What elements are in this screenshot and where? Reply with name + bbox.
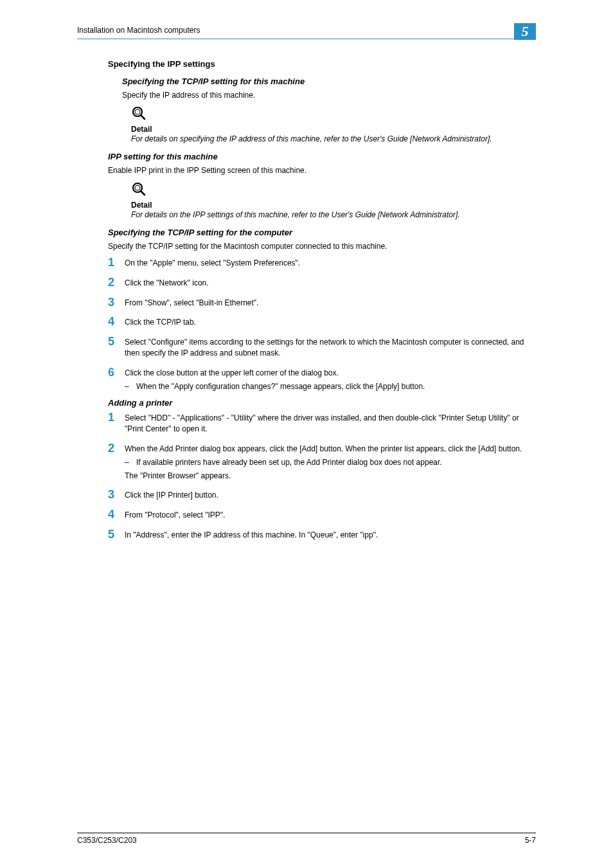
list-item: 1 Select "HDD" - "Applications" - "Utili…	[122, 411, 536, 435]
detail-note: Detail For details on the IPP settings o…	[131, 181, 536, 220]
svg-point-1	[135, 109, 140, 114]
step-number: 2	[108, 276, 125, 288]
step-number: 1	[108, 411, 125, 423]
step-text: When the Add Printer dialog box appears,…	[125, 442, 536, 481]
body-text: Specify the TCP/IP setting for the Macin…	[108, 241, 536, 251]
step-number: 4	[108, 316, 125, 327]
dash-icon: –	[125, 381, 136, 392]
step-number: 6	[108, 366, 125, 378]
step-text: On the "Apple" menu, select "System Pref…	[125, 257, 536, 269]
step-text: Click the close button at the upper left…	[125, 366, 536, 392]
detail-label: Detail	[131, 125, 536, 134]
step-text: In "Address", enter the IP address of th…	[125, 529, 536, 541]
subheading-tcpip-computer: Specifying the TCP/IP setting for the co…	[108, 228, 536, 237]
step-text-inner: When the Add Printer dialog box appears,…	[125, 444, 522, 453]
subheading-ipp-machine: IPP setting for this machine	[108, 152, 536, 161]
sub-item: – If available printers have already bee…	[125, 457, 536, 468]
list-item: 6 Click the close button at the upper le…	[122, 366, 536, 392]
list-item: 5 In "Address", enter the IP address of …	[122, 529, 536, 541]
sub-item: – When the "Apply configuration changes?…	[125, 381, 536, 392]
detail-text: For details on the IPP settings of this …	[131, 210, 536, 220]
svg-line-2	[141, 115, 145, 119]
list-item: 4 Click the TCP/IP tab.	[122, 316, 536, 328]
list-item: 2 Click the "Network" icon.	[122, 276, 536, 289]
section-heading-ipp-settings: Specifying the IPP settings	[108, 59, 536, 69]
step-number: 5	[108, 529, 125, 540]
footer-page: 5-7	[525, 836, 536, 845]
footer-model: C353/C253/C203	[77, 836, 137, 845]
list-item: 3 Click the [IP Printer] button.	[122, 489, 536, 501]
step-text: Click the TCP/IP tab.	[125, 316, 536, 328]
sub-text: If available printers have already been …	[136, 457, 536, 468]
list-item: 5 Select "Configure" items according to …	[122, 336, 536, 359]
step-list-b: 1 Select "HDD" - "Applications" - "Utili…	[122, 411, 536, 540]
magnifier-icon	[131, 181, 147, 197]
detail-text: For details on specifying the IP address…	[131, 134, 536, 144]
step-number: 3	[108, 296, 125, 308]
step-after-text: The "Printer Browser" appears.	[125, 471, 536, 482]
step-text: From "Protocol", select "IPP".	[125, 509, 536, 521]
dash-icon: –	[125, 457, 136, 468]
step-text: Select "Configure" items according to th…	[125, 336, 536, 359]
subheading-adding-printer: Adding a printer	[108, 398, 536, 408]
step-number: 1	[108, 257, 125, 268]
header-rule	[77, 39, 536, 39]
step-text: Click the "Network" icon.	[125, 276, 536, 289]
list-item: 2 When the Add Printer dialog box appear…	[122, 442, 536, 481]
step-number: 2	[108, 442, 125, 454]
step-text: From "Show", select "Built-in Ethernet".	[125, 296, 536, 309]
list-item: 1 On the "Apple" menu, select "System Pr…	[122, 257, 536, 269]
page: Installation on Macintosh computers 5 Sp…	[0, 0, 613, 868]
footer: C353/C253/C203 5-7	[77, 833, 536, 845]
magnifier-icon	[131, 105, 147, 121]
detail-note: Detail For details on specifying the IP …	[131, 105, 536, 144]
step-list-a: 1 On the "Apple" menu, select "System Pr…	[122, 257, 536, 392]
body-text: Enable IPP print in the IPP Setting scre…	[108, 165, 536, 176]
step-number: 5	[108, 336, 125, 347]
list-item: 4 From "Protocol", select "IPP".	[122, 509, 536, 521]
content-area: Specifying the IPP settings Specifying t…	[122, 53, 536, 548]
step-text: Select "HDD" - "Applications" - "Utility…	[125, 411, 536, 435]
chapter-tab: 5	[514, 23, 536, 40]
step-number: 3	[108, 489, 125, 500]
body-text: Specify the IP address of this machine.	[122, 90, 536, 100]
running-header: Installation on Macintosh computers	[77, 26, 200, 35]
svg-line-5	[141, 191, 145, 195]
list-item: 3 From "Show", select "Built-in Ethernet…	[122, 296, 536, 309]
sub-text: When the "Apply configuration changes?" …	[136, 381, 536, 392]
step-text-inner: Click the close button at the upper left…	[125, 368, 339, 377]
step-number: 4	[108, 509, 125, 520]
detail-label: Detail	[131, 201, 536, 210]
subheading-tcpip-machine: Specifying the TCP/IP setting for this m…	[122, 77, 536, 86]
svg-point-4	[135, 185, 140, 190]
step-text: Click the [IP Printer] button.	[125, 489, 536, 501]
